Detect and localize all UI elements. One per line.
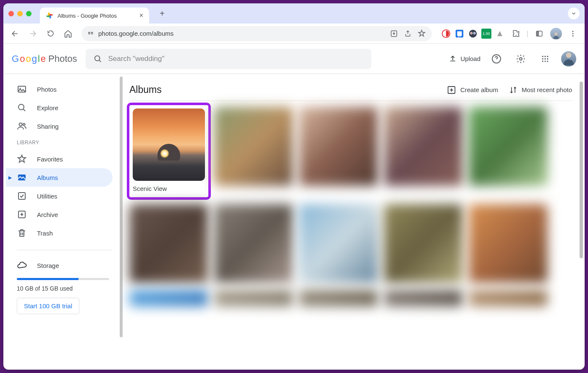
sidebar-item-sharing[interactable]: Sharing <box>6 117 113 135</box>
svg-rect-1 <box>88 33 90 34</box>
search-box[interactable] <box>86 49 371 69</box>
album-item[interactable] <box>384 290 463 307</box>
url-text: photos.google.com/albums <box>98 30 173 37</box>
sidebar-item-favorites[interactable]: Favorites <box>6 150 113 168</box>
sidebar-item-trash[interactable]: Trash <box>6 224 113 242</box>
sidebar-item-archive[interactable]: Archive <box>6 205 113 224</box>
active-caret-icon: ▶ <box>8 175 12 180</box>
back-button[interactable] <box>8 26 23 41</box>
storage-link[interactable]: Storage <box>17 256 109 275</box>
album-item[interactable] <box>129 204 208 283</box>
extension-3-icon[interactable] <box>468 29 478 39</box>
cloud-icon <box>17 260 27 270</box>
album-title <box>384 190 463 197</box>
extension-4-icon[interactable]: 1.00 <box>481 29 491 39</box>
album-item[interactable] <box>299 204 378 283</box>
album-title: Scenic View <box>133 185 205 192</box>
home-button[interactable] <box>60 26 76 41</box>
sidepanel-button[interactable] <box>532 26 547 41</box>
album-grid: Scenic View <box>129 107 572 307</box>
close-window-button[interactable] <box>8 11 14 16</box>
share-icon[interactable] <box>404 30 412 37</box>
help-button[interactable] <box>488 50 505 67</box>
svg-point-30 <box>544 61 546 62</box>
svg-point-16 <box>555 32 558 35</box>
nav-label: Explore <box>37 104 58 111</box>
start-trial-button[interactable]: Start 100 GB trial <box>17 298 79 314</box>
album-thumbnail <box>469 107 548 186</box>
new-tab-button[interactable]: + <box>156 7 168 20</box>
sort-button[interactable]: Most recent photo <box>509 85 572 95</box>
nav-label: Albums <box>37 174 58 181</box>
album-item[interactable] <box>129 290 208 307</box>
album-item[interactable] <box>384 107 463 197</box>
forward-button[interactable] <box>25 26 40 41</box>
create-album-button[interactable]: Create album <box>447 85 498 95</box>
utilities-icon <box>17 191 27 201</box>
album-title <box>214 190 293 197</box>
svg-point-28 <box>547 58 548 59</box>
album-title <box>299 190 378 197</box>
maximize-window-button[interactable] <box>26 11 32 16</box>
svg-point-20 <box>94 56 100 61</box>
apps-button[interactable] <box>537 50 554 67</box>
upload-button[interactable]: Upload <box>449 55 480 63</box>
extension-5-icon[interactable] <box>495 29 505 39</box>
star-icon <box>17 154 27 164</box>
svg-rect-39 <box>18 193 25 199</box>
extensions-button[interactable] <box>508 26 523 41</box>
install-app-icon[interactable] <box>390 29 398 38</box>
content-area: Photos Explore Sharing LIBRARY Favorites… <box>3 74 585 370</box>
account-avatar[interactable] <box>561 51 576 66</box>
nav-label: Sharing <box>37 123 59 130</box>
album-scenic-view[interactable]: Scenic View <box>129 105 208 197</box>
album-item[interactable] <box>214 204 293 283</box>
sidebar-item-utilities[interactable]: Utilities <box>6 187 113 205</box>
album-item[interactable] <box>299 290 378 307</box>
svg-rect-2 <box>91 32 93 33</box>
svg-point-17 <box>572 31 574 32</box>
browser-menu-button[interactable] <box>565 26 580 41</box>
sidebar-item-explore[interactable]: Explore <box>6 98 113 117</box>
logo-product-name: Photos <box>48 53 77 64</box>
browser-tab[interactable]: Albums - Google Photos × <box>40 8 149 24</box>
album-icon <box>17 172 27 183</box>
plus-square-icon <box>447 85 456 95</box>
sidebar-item-albums[interactable]: ▶ Albums <box>6 168 113 187</box>
main-scrollbar[interactable] <box>580 82 583 258</box>
album-thumbnail <box>384 204 463 283</box>
tabs-dropdown-button[interactable] <box>568 8 580 19</box>
settings-button[interactable] <box>512 50 529 67</box>
close-tab-icon[interactable]: × <box>139 12 143 19</box>
album-item[interactable] <box>214 107 293 197</box>
browser-window: Albums - Google Photos × + photos.google… <box>3 3 585 370</box>
album-item[interactable] <box>214 290 293 307</box>
site-info-icon[interactable] <box>87 30 94 37</box>
sidebar-item-photos[interactable]: Photos <box>6 80 113 98</box>
minimize-window-button[interactable] <box>17 11 23 16</box>
profile-avatar-small[interactable] <box>550 28 562 40</box>
svg-point-29 <box>542 61 543 62</box>
help-icon <box>491 54 501 64</box>
album-item[interactable] <box>469 204 548 283</box>
album-item[interactable] <box>299 107 378 197</box>
extension-1-icon[interactable] <box>441 29 451 39</box>
svg-rect-15 <box>536 31 539 36</box>
search-icon <box>17 103 27 113</box>
reload-button[interactable] <box>43 26 58 41</box>
svg-text:9+: 9+ <box>458 34 461 38</box>
album-item[interactable] <box>469 290 548 307</box>
svg-point-25 <box>547 56 548 57</box>
photo-icon <box>17 84 27 94</box>
google-photos-logo[interactable]: Google Photos <box>12 53 77 64</box>
svg-rect-3 <box>91 33 93 34</box>
address-bar[interactable]: photos.google.com/albums <box>81 26 432 41</box>
google-photos-favicon <box>46 12 53 19</box>
svg-point-22 <box>520 58 522 60</box>
bookmark-star-icon[interactable] <box>417 29 426 38</box>
album-item[interactable] <box>384 204 463 283</box>
storage-progress-bar <box>17 278 109 280</box>
album-item[interactable] <box>469 107 548 197</box>
extension-2-icon[interactable]: 9+ <box>454 29 465 39</box>
search-input[interactable] <box>108 55 364 63</box>
